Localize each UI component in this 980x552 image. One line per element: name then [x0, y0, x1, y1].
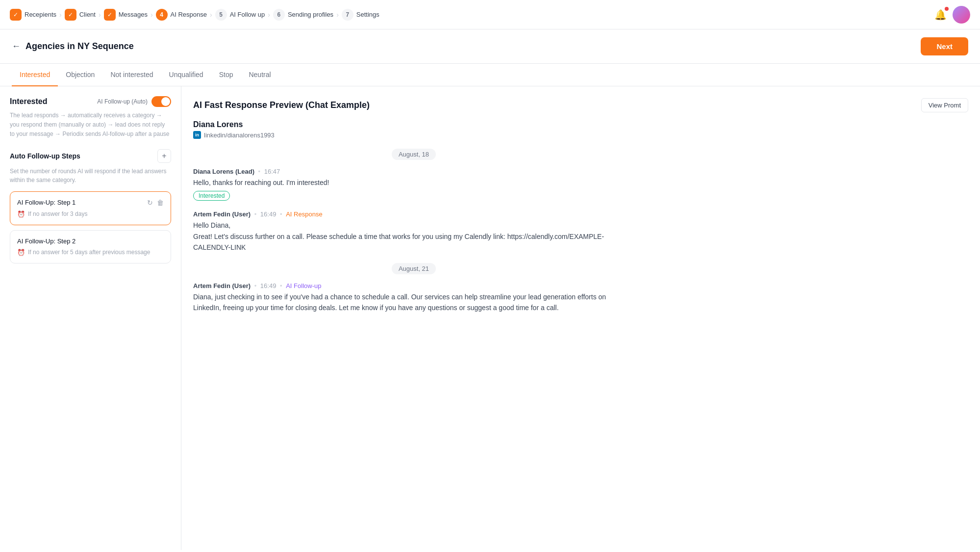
- step-1-delete-button[interactable]: 🗑: [157, 199, 164, 207]
- followup-title: Auto Follow-up Steps: [10, 152, 80, 160]
- step-card-1-title: AI Follow-Up: Step 1: [17, 199, 75, 206]
- bell-container[interactable]: 🔔: [934, 9, 947, 21]
- message-block-1: Diana Lorens (Lead) • 16:47 Hello, thank…: [193, 168, 634, 201]
- toggle-row: AI Follow-up (Auto): [97, 96, 171, 107]
- time-3: 16:49: [260, 282, 276, 289]
- step-card-2-title: AI Follow-Up: Step 2: [17, 237, 75, 245]
- panel-title: Interested: [10, 97, 47, 106]
- step-num-7: 7: [342, 9, 353, 21]
- tag-ai-followup: AI Follow-up: [286, 282, 321, 289]
- nav-step-recipients[interactable]: ✓ Recepients: [10, 9, 56, 21]
- back-button[interactable]: ←: [12, 41, 21, 52]
- panel-header: Interested AI Follow-up (Auto): [10, 96, 171, 107]
- lead-name: Diana Lorens: [193, 120, 968, 129]
- step-card-1[interactable]: AI Follow-Up: Step 1 ↻ 🗑 ⏰ If no answer …: [10, 191, 171, 225]
- view-prompt-button[interactable]: View Promt: [921, 98, 968, 112]
- tab-neutral[interactable]: Neutral: [241, 64, 278, 86]
- check-icon-messages: ✓: [104, 9, 116, 21]
- ai-followup-toggle[interactable]: [151, 96, 171, 107]
- followup-section: Auto Follow-up Steps + Set the number of…: [10, 149, 171, 263]
- step-card-2-footer-text: If no answer for 5 days after previous m…: [28, 249, 150, 256]
- message-meta-3: Artem Fedin (User) • 16:49 • AI Follow-u…: [193, 282, 634, 289]
- nav-chevron-5: ›: [268, 11, 270, 19]
- right-panel: AI Fast Response Preview (Chat Example) …: [181, 86, 980, 550]
- message-meta-1: Diana Lorens (Lead) • 16:47: [193, 168, 634, 175]
- followup-desc: Set the number of rounds AI will respond…: [10, 167, 171, 184]
- date-divider-2: August, 21: [193, 263, 634, 274]
- message-text-3: Diana, just checking in to see if you've…: [193, 291, 634, 314]
- tab-stop[interactable]: Stop: [211, 64, 241, 86]
- nav-chevron-4: ›: [210, 11, 212, 19]
- nav-chevron-3: ›: [151, 11, 153, 19]
- step-card-1-footer-text: If no answer for 3 days: [28, 210, 87, 217]
- check-icon: ✓: [10, 9, 22, 21]
- lead-linkedin-text: linkedin/dianalorens1993: [204, 131, 275, 139]
- toggle-label: AI Follow-up (Auto): [97, 98, 148, 105]
- nav-step-messages-label: Messages: [119, 11, 148, 18]
- date-divider-1: August, 18: [193, 149, 634, 160]
- header-bar: ← Agencies in NY Sequence Next: [0, 29, 980, 64]
- message-block-2: Artem Fedin (User) • 16:49 • AI Response…: [193, 210, 634, 253]
- next-button[interactable]: Next: [921, 37, 968, 55]
- check-icon-client: ✓: [65, 9, 76, 21]
- left-panel: Interested AI Follow-up (Auto) The lead …: [0, 86, 181, 550]
- header-left: ← Agencies in NY Sequence: [12, 41, 134, 52]
- followup-header: Auto Follow-up Steps +: [10, 149, 171, 163]
- step-card-2[interactable]: AI Follow-Up: Step 2 ⏰ If no answer for …: [10, 230, 171, 263]
- message-meta-2: Artem Fedin (User) • 16:49 • AI Response: [193, 210, 634, 218]
- step-card-1-header: AI Follow-Up: Step 1 ↻ 🗑: [17, 199, 164, 207]
- clock-icon-1: ⏰: [17, 210, 25, 218]
- nav-steps: ✓ Recepients › ✓ Client › ✓ Messages › 4…: [10, 9, 379, 21]
- step-num-5: 5: [215, 9, 227, 21]
- panel-description: The lead responds → automatically receiv…: [10, 111, 171, 139]
- step-card-1-footer: ⏰ If no answer for 3 days: [17, 210, 164, 218]
- avatar-image: [953, 6, 970, 24]
- nav-step-settings[interactable]: 7 Settings: [342, 9, 379, 21]
- tab-unqualified[interactable]: Unqualified: [161, 64, 211, 86]
- nav-step-ai-response[interactable]: 4 AI Response: [156, 9, 207, 21]
- date-badge-2: August, 21: [392, 263, 436, 274]
- tabs-bar: Interested Objection Not interested Unqu…: [0, 64, 980, 86]
- message-block-3: Artem Fedin (User) • 16:49 • AI Follow-u…: [193, 282, 634, 314]
- nav-chevron: ›: [59, 11, 62, 19]
- avatar[interactable]: [953, 6, 970, 24]
- nav-step-ai-followup[interactable]: 5 AI Follow up: [215, 9, 265, 21]
- nav-step-client[interactable]: ✓ Client: [65, 9, 96, 21]
- notification-badge: [945, 7, 949, 11]
- linkedin-icon: in: [193, 131, 201, 139]
- nav-step-sending-profiles-label: Sending profiles: [288, 11, 333, 18]
- chat-container: August, 18 Diana Lorens (Lead) • 16:47 H…: [193, 149, 634, 313]
- tab-objection[interactable]: Objection: [58, 64, 102, 86]
- message-text-2: Hello Diana, Great! Let's discuss furthe…: [193, 220, 634, 253]
- nav-step-messages[interactable]: ✓ Messages: [104, 9, 148, 21]
- lead-linkedin: in linkedin/dianalorens1993: [193, 131, 968, 139]
- nav-step-sending-profiles[interactable]: 6 Sending profiles: [273, 9, 333, 21]
- time-2: 16:49: [260, 210, 276, 218]
- bell-icon: 🔔: [934, 9, 947, 20]
- nav-step-ai-response-label: AI Response: [171, 11, 207, 18]
- step-1-refresh-button[interactable]: ↻: [147, 199, 153, 207]
- tag-ai-response: AI Response: [286, 210, 322, 218]
- main-content: Interested AI Follow-up (Auto) The lead …: [0, 86, 980, 550]
- lead-info: Diana Lorens in linkedin/dianalorens1993: [193, 120, 968, 139]
- step-card-2-header: AI Follow-Up: Step 2: [17, 237, 164, 245]
- preview-title: AI Fast Response Preview (Chat Example): [193, 100, 370, 110]
- tab-interested[interactable]: Interested: [12, 64, 58, 86]
- nav-step-client-label: Client: [79, 11, 96, 18]
- preview-header: AI Fast Response Preview (Chat Example) …: [193, 98, 968, 112]
- interested-badge: Interested: [193, 191, 230, 201]
- nav-step-ai-followup-label: AI Follow up: [230, 11, 265, 18]
- page-title: Agencies in NY Sequence: [25, 41, 134, 52]
- tab-not-interested[interactable]: Not interested: [102, 64, 161, 86]
- nav-right: 🔔: [934, 6, 970, 24]
- clock-icon-2: ⏰: [17, 249, 25, 256]
- step-card-2-footer: ⏰ If no answer for 5 days after previous…: [17, 249, 164, 256]
- sender-1: Diana Lorens (Lead): [193, 168, 254, 175]
- date-badge-1: August, 18: [392, 149, 436, 160]
- time-1: 16:47: [264, 168, 280, 175]
- step-card-1-actions: ↻ 🗑: [147, 199, 164, 207]
- step-num-6: 6: [273, 9, 285, 21]
- add-step-button[interactable]: +: [157, 149, 171, 163]
- sender-3: Artem Fedin (User): [193, 282, 251, 289]
- nav-chevron-2: ›: [99, 11, 101, 19]
